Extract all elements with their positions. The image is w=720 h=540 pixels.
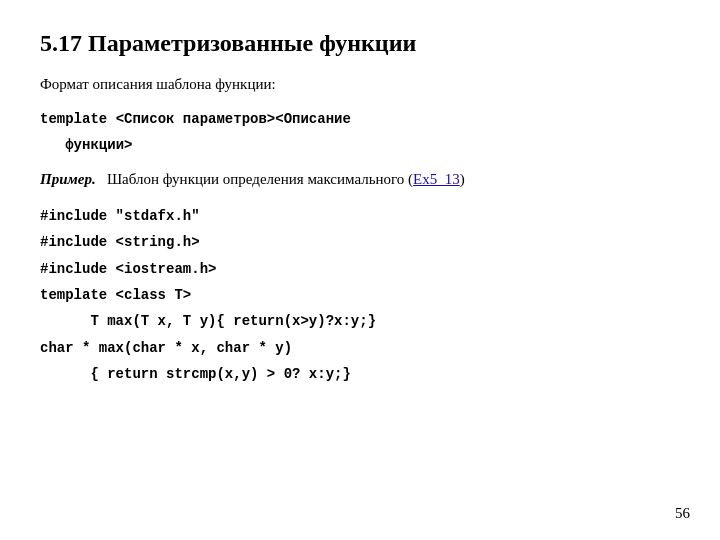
template-desc-bracket: функции> <box>65 137 132 153</box>
code-line-2: #include <string.h> <box>40 231 670 253</box>
template-param-bracket: <Список параметров><Описание <box>116 111 351 127</box>
code-line-1: #include "stdafx.h" <box>40 205 670 227</box>
code-block-section: #include "stdafx.h" #include <string.h> … <box>40 205 670 386</box>
template-keyword: template <box>40 111 116 127</box>
example-close: ) <box>460 171 465 187</box>
code-line-5: T max(T x, T y){ return(x>y)?x:y;} <box>40 310 670 332</box>
code-line-3: #include <iostream.h> <box>40 258 670 280</box>
slide-container: 5.17 Параметризованные функции Формат оп… <box>0 0 720 540</box>
code-line-6: char * max(char * x, char * y) <box>40 337 670 359</box>
template-syntax-line2: функции> <box>40 134 670 156</box>
example-paragraph: Пример. Шаблон функции определения макси… <box>40 168 670 191</box>
page-number: 56 <box>675 505 690 522</box>
template-syntax-line1: template <Список параметров><Описание <box>40 108 670 130</box>
slide-title: 5.17 Параметризованные функции <box>40 30 670 57</box>
example-text: Шаблон функции определения максимального… <box>99 171 413 187</box>
intro-text: Формат описания шаблона функции: <box>40 73 670 96</box>
code-line-4: template <class T> <box>40 284 670 306</box>
example-link[interactable]: Ex5_13 <box>413 171 460 187</box>
example-label: Пример. <box>40 171 96 187</box>
code-line-7: { return strcmp(x,y) > 0? x:y;} <box>40 363 670 385</box>
